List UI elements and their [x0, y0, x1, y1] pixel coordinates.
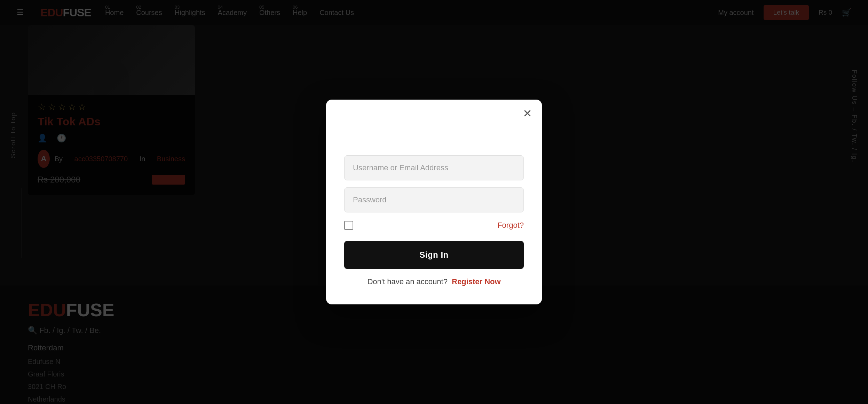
- password-input[interactable]: [344, 187, 524, 212]
- no-account-text: Don't have an account?: [367, 277, 447, 286]
- modal-logo-space: [344, 119, 524, 147]
- login-modal: ✕ Forgot? Sign In Don't have an account?…: [326, 100, 542, 304]
- username-input[interactable]: [344, 155, 524, 180]
- register-row: Don't have an account? Register Now: [344, 277, 524, 286]
- remember-forgot-row: Forgot?: [344, 221, 524, 230]
- sign-in-button[interactable]: Sign In: [344, 241, 524, 269]
- register-now-link[interactable]: Register Now: [452, 277, 501, 286]
- remember-me-checkbox[interactable]: [344, 221, 353, 230]
- close-button[interactable]: ✕: [523, 108, 532, 119]
- forgot-link[interactable]: Forgot?: [497, 221, 524, 230]
